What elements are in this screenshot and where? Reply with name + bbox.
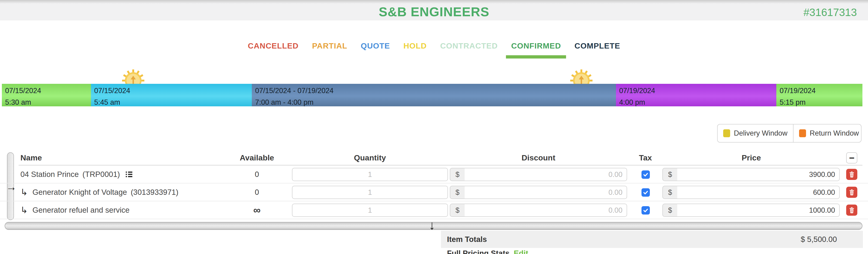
delete-row-button[interactable] — [846, 187, 857, 198]
discount-currency-prefix: $ — [450, 186, 465, 199]
column-header-name: Name — [21, 153, 42, 162]
segment-date: 07/15/2024 — [94, 87, 252, 95]
item-totals-value: $ 5,500.00 — [801, 235, 837, 244]
sub-item-arrow-icon: ↳ — [21, 188, 28, 197]
line-items: 04 Station Prince (TRP0001) 0 $ $ — [0, 165, 868, 219]
discount-currency-prefix: $ — [450, 168, 465, 181]
legend-label: Delivery Window — [734, 129, 787, 137]
item-code: (3013933971) — [131, 188, 179, 197]
item-totals-panel: Item Totals $ 5,500.00 — [441, 231, 863, 248]
order-page: S&B ENGINEERS #31617313 CANCELLEDPARTIAL… — [0, 0, 868, 254]
price-currency-prefix: $ — [662, 186, 678, 199]
footer-row: Full Pricing Stats Edit — [447, 249, 528, 254]
status-tab[interactable]: CANCELLED — [248, 41, 299, 52]
delete-row-button[interactable] — [846, 169, 857, 180]
item-name-cell: ↳ Generator Knight of Voltage (301393397… — [21, 188, 179, 197]
status-tab[interactable]: HOLD — [403, 41, 427, 52]
segment-time: 4:00 pm — [619, 98, 777, 106]
column-header-quantity: Quantity — [292, 153, 448, 162]
quantity-input[interactable] — [292, 168, 448, 181]
item-name-cell: ↳ Generator refuel and service — [21, 206, 133, 215]
column-header-tax: Tax — [628, 153, 663, 162]
quantity-input[interactable] — [292, 186, 448, 199]
legend-color-swatch — [723, 129, 730, 137]
available-value: ∞ — [234, 204, 280, 216]
available-value: 0 — [234, 170, 280, 179]
delete-row-button[interactable] — [846, 204, 857, 216]
timeline-legend: Delivery Window Return Window — [717, 124, 862, 142]
table-header: Name Available Quantity Discount Tax Pri… — [0, 153, 868, 165]
tax-checkbox[interactable] — [642, 188, 650, 197]
segment-time: 7:00 am - 4:00 pm — [255, 98, 616, 106]
timeline-segment: 07/15/2024 5:45 am — [91, 84, 252, 106]
item-name: 04 Station Prince — [21, 170, 79, 179]
app-header: S&B ENGINEERS #31617313 — [0, 0, 868, 21]
discount-input[interactable] — [465, 203, 627, 217]
status-tab[interactable]: QUOTE — [361, 41, 390, 52]
item-name-cell: 04 Station Prince (TRP0001) — [21, 170, 133, 179]
discount-input[interactable] — [465, 186, 627, 199]
item-name: Generator refuel and service — [32, 206, 129, 215]
sub-item-arrow-icon: ↳ — [21, 206, 28, 215]
segment-time: 5:30 am — [5, 98, 91, 106]
company-title: S&B ENGINEERS — [0, 4, 868, 19]
status-tab[interactable]: COMPLETE — [575, 41, 620, 52]
order-number: #31617313 — [804, 6, 857, 19]
segment-date: 07/15/2024 - 07/19/2024 — [255, 87, 616, 95]
segment-date: 07/19/2024 — [619, 87, 777, 95]
item-name: Generator Knight of Voltage — [32, 188, 127, 197]
segment-time: 5:15 pm — [780, 98, 862, 106]
segment-date: 07/15/2024 — [5, 87, 91, 95]
collapse-table-button[interactable]: − — [846, 152, 857, 163]
table-row: 04 Station Prince (TRP0001) 0 $ $ — [0, 165, 868, 183]
price-currency-prefix: $ — [662, 203, 678, 217]
column-header-discount: Discount — [450, 153, 627, 162]
item-code: (TRP0001) — [83, 170, 120, 179]
price-currency-prefix: $ — [662, 168, 678, 181]
footer-edit-link[interactable]: Edit — [514, 249, 528, 254]
item-list-icon[interactable] — [125, 170, 133, 178]
schedule-timeline: 07/15/2024 5:30 am 07/15/2024 5:45 am 07… — [2, 84, 862, 106]
quantity-input[interactable] — [292, 203, 448, 217]
table-row: ↳ Generator refuel and service ∞ $ $ — [0, 201, 868, 219]
price-input[interactable] — [677, 186, 840, 199]
trash-icon — [848, 189, 855, 195]
timeline-segment: 07/19/2024 5:15 pm — [776, 84, 862, 106]
trash-icon — [848, 171, 855, 178]
column-header-price: Price — [662, 153, 840, 162]
price-input[interactable] — [677, 203, 840, 217]
segment-date: 07/19/2024 — [780, 87, 862, 95]
trash-icon — [848, 207, 855, 213]
timeline-segment: 07/15/2024 - 07/19/2024 7:00 am - 4:00 p… — [252, 84, 616, 106]
legend-item: Delivery Window — [718, 124, 793, 142]
status-tabs: CANCELLEDPARTIALQUOTEHOLDCONTRACTEDCONFI… — [0, 41, 868, 52]
available-value: 0 — [234, 188, 280, 197]
status-tab[interactable]: CONTRACTED — [440, 41, 498, 52]
tax-checkbox[interactable] — [642, 170, 650, 179]
timeline-segment: 07/15/2024 5:30 am — [2, 84, 91, 106]
discount-currency-prefix: $ — [450, 203, 465, 217]
legend-item: Return Window — [793, 124, 862, 142]
column-header-available: Available — [234, 153, 280, 162]
table-row: ↳ Generator Knight of Voltage (301393397… — [0, 183, 868, 201]
legend-color-swatch — [799, 129, 806, 137]
tax-checkbox[interactable] — [642, 206, 650, 215]
status-tab[interactable]: PARTIAL — [312, 41, 347, 52]
segment-time: 5:45 am — [94, 98, 252, 106]
legend-label: Return Window — [810, 129, 859, 137]
item-totals-label: Item Totals — [447, 235, 487, 244]
scroll-down-arrow-icon: ↓ — [429, 218, 435, 232]
discount-input[interactable] — [465, 168, 627, 181]
timeline-segment: 07/19/2024 4:00 pm — [616, 84, 777, 106]
price-input[interactable] — [677, 168, 840, 181]
footer-label: Full Pricing Stats — [447, 249, 510, 254]
status-tab[interactable]: CONFIRMED — [511, 41, 561, 52]
